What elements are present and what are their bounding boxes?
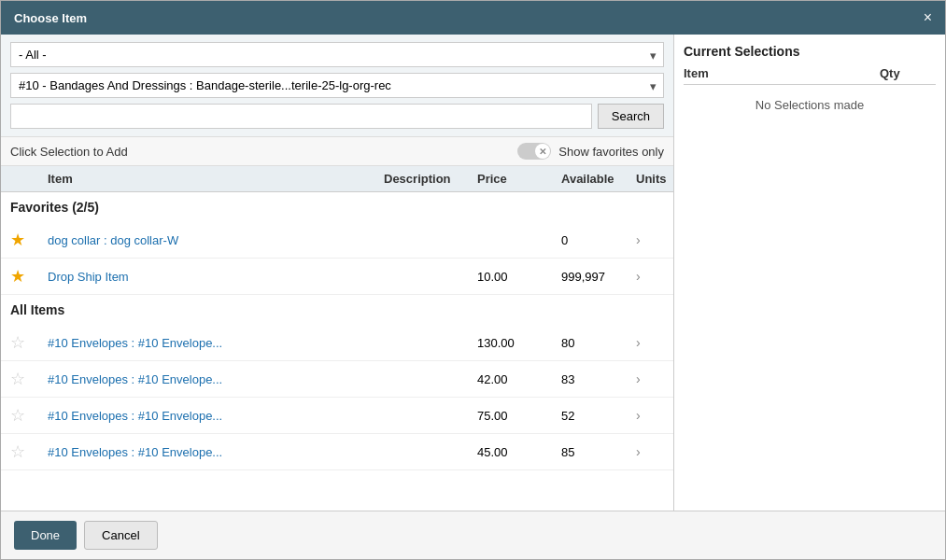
col-header-description: Description [384,172,477,186]
chevron-right-icon: › [636,408,664,423]
dropdown2-wrapper: #10 - Bandages And Dressings : Bandage-s… [10,73,664,98]
list-item[interactable]: ☆ #10 Envelopes : #10 Envelope... 45.00 … [1,434,673,470]
list-item[interactable]: ☆ #10 Envelopes : #10 Envelope... 75.00 … [1,398,673,434]
list-item[interactable]: ★ dog collar : dog collar-W 0 › [1,222,673,259]
choose-item-dialog: Choose Item × - All - #10 - Banda [0,0,946,560]
fav-toggle-area: ✕ Show favorites only [517,143,664,160]
item-available: 0 [561,233,636,247]
item-name-link[interactable]: dog collar : dog collar-W [48,233,384,247]
controls-area: - All - #10 - Bandages And Dressings : B… [1,35,673,137]
col-header-item: Item [48,172,384,186]
done-button[interactable]: Done [14,521,77,550]
item-available: 83 [561,372,636,386]
star-empty-icon[interactable]: ☆ [10,332,48,353]
dropdown1[interactable]: - All - [10,42,664,67]
toolbar-row: Click Selection to Add ✕ Show favorites … [1,137,673,166]
favorites-section-title: Favorites (2/5) [1,192,673,222]
chevron-right-icon: › [636,232,664,247]
chevron-right-icon: › [636,269,664,284]
col-header-star [10,172,48,186]
col-header-units: Units [636,172,664,186]
show-favorites-toggle[interactable]: ✕ [517,143,551,160]
star-filled-icon[interactable]: ★ [10,230,48,250]
item-name-link[interactable]: #10 Envelopes : #10 Envelope... [48,336,384,350]
chevron-right-icon: › [636,444,664,459]
item-available: 999,997 [561,270,636,284]
cancel-button[interactable]: Cancel [84,521,157,550]
col-header-available: Available [561,172,636,186]
dialog-header: Choose Item × [1,1,945,35]
close-button[interactable]: × [924,10,932,25]
chevron-right-icon: › [636,335,664,350]
search-row: Search [10,104,664,129]
item-available: 80 [561,336,636,350]
star-filled-icon[interactable]: ★ [10,266,48,287]
item-price: 42.00 [477,372,561,386]
search-button[interactable]: Search [598,104,664,129]
current-selections-title: Current Selections [684,44,936,59]
dialog-title: Choose Item [14,11,87,25]
dropdown2-row: #10 - Bandages And Dressings : Bandage-s… [10,73,664,98]
item-name-link[interactable]: #10 Envelopes : #10 Envelope... [48,445,384,459]
sel-col-header-qty: Qty [880,66,936,80]
list-item[interactable]: ★ Drop Ship Item 10.00 999,997 › [1,259,673,295]
item-name-link[interactable]: Drop Ship Item [48,270,384,284]
list-item[interactable]: ☆ #10 Envelopes : #10 Envelope... 42.00 … [1,361,673,398]
item-price: 130.00 [477,336,561,350]
table-column-headers: Item Description Price Available Units [1,166,673,192]
item-price: 45.00 [477,445,561,459]
show-favorites-label: Show favorites only [558,145,664,159]
list-item[interactable]: ☆ #10 Envelopes : #10 Envelope... 130.00… [1,325,673,361]
right-panel: Current Selections Item Qty No Selection… [674,35,945,511]
dialog-footer: Done Cancel [1,511,945,559]
chevron-right-icon: › [636,371,664,386]
no-selections-label: No Selections made [684,89,936,121]
sel-table-header: Item Qty [684,66,936,85]
sel-col-header-item: Item [684,66,880,80]
item-name-link[interactable]: #10 Envelopes : #10 Envelope... [48,372,384,386]
star-empty-icon[interactable]: ☆ [10,405,48,426]
all-items-section-title: All Items [1,295,673,325]
dialog-body: - All - #10 - Bandages And Dressings : B… [1,35,945,511]
item-price: 75.00 [477,409,561,423]
dropdown1-row: - All - [10,42,664,67]
click-to-add-label: Click Selection to Add [10,145,128,159]
toggle-x-icon: ✕ [539,147,546,157]
item-price: 10.00 [477,270,561,284]
search-input[interactable] [10,104,592,129]
dropdown1-wrapper: - All - [10,42,664,67]
item-available: 52 [561,409,636,423]
dropdown2[interactable]: #10 - Bandages And Dressings : Bandage-s… [10,73,664,98]
col-header-price: Price [477,172,561,186]
left-panel: - All - #10 - Bandages And Dressings : B… [1,35,674,511]
item-available: 85 [561,445,636,459]
star-empty-icon[interactable]: ☆ [10,441,48,462]
item-name-link[interactable]: #10 Envelopes : #10 Envelope... [48,409,384,423]
star-empty-icon[interactable]: ☆ [10,369,48,389]
items-list: Favorites (2/5) ★ dog collar : dog colla… [1,192,673,511]
toggle-knob: ✕ [535,144,550,159]
